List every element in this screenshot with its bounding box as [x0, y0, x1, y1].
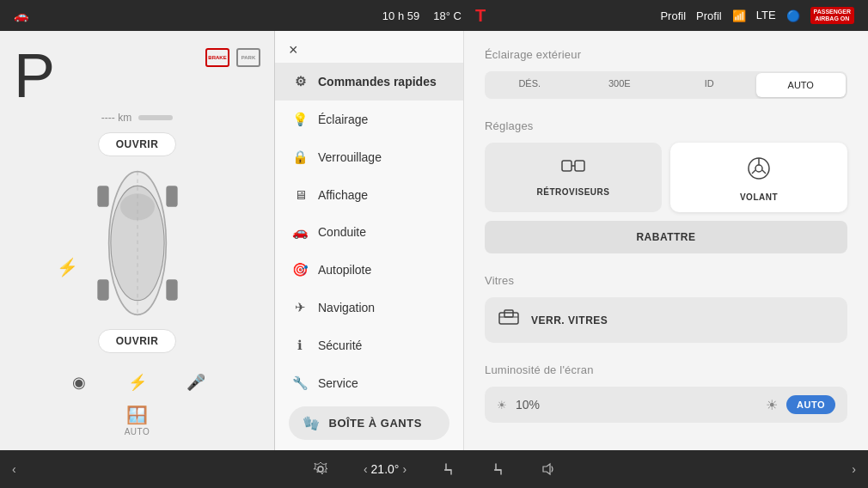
status-time: 10 h 59 [382, 9, 419, 22]
svg-line-15 [752, 170, 755, 174]
main-area: P BRAKE PARK ---- km OUVRIR [0, 31, 868, 450]
bottom-volume-icon[interactable] [541, 461, 556, 477]
lum-icon-bright: ☀ [766, 397, 778, 413]
retroviseurs-icon [561, 156, 585, 180]
lum-value: 10% [516, 398, 757, 412]
lte-signal: LTE [756, 9, 776, 21]
bottom-fan-icon[interactable] [312, 461, 329, 478]
autopilote-label: Autopilote [318, 263, 371, 277]
menu-item-eclairage[interactable]: 💡 Éclairage [275, 101, 463, 138]
retroviseurs-label: RÉTROVISEURS [537, 187, 610, 197]
verrouillage-label: Verrouillage [318, 150, 382, 164]
status-bar: 🚗 10 h 59 18° C T Profil Profil 📶 LTE 🔵 … [0, 0, 868, 31]
gear-indicator: P [14, 45, 55, 107]
svg-point-20 [318, 467, 323, 472]
temp-chevron-right[interactable]: › [402, 462, 406, 476]
volant-card[interactable]: VOLANT [670, 143, 847, 212]
service-label: Service [318, 376, 358, 390]
conduite-label: Conduite [318, 225, 366, 239]
profile-label[interactable]: Profil [660, 9, 686, 22]
left-panel: P BRAKE PARK ---- km OUVRIR [0, 31, 275, 450]
luminosite-row: ☀ 10% ☀ AUTO [485, 387, 847, 423]
menu-item-autopilote[interactable]: 🎯 Autopilote [275, 251, 463, 289]
odometer-bar [138, 115, 173, 120]
mic-icon-btn[interactable]: 🎤 [180, 367, 211, 398]
commandes-icon: ⚙ [292, 74, 308, 89]
menu-item-navigation[interactable]: ✈ Navigation [275, 289, 463, 326]
reglages-section: Réglages RÉTROVISEURS [485, 119, 847, 253]
menu-item-conduite[interactable]: 🚗 Conduite [275, 213, 463, 251]
lte-label: LTE [756, 9, 776, 21]
svg-rect-6 [97, 279, 108, 300]
eclairage-icon: 💡 [292, 112, 308, 127]
lighting-opt-300e[interactable]: 300E [575, 71, 665, 99]
verr-vitres-label: VERR. VITRES [531, 314, 608, 326]
navigation-icon: ✈ [292, 300, 308, 315]
svg-marker-21 [543, 464, 550, 474]
bottom-chevron-left[interactable]: ‹ [12, 462, 16, 476]
status-bar-right: Profil Profil 📶 LTE 🔵 PASSENGER AIRBAG O… [660, 7, 854, 25]
svg-rect-7 [166, 279, 177, 300]
wiper-button-area[interactable]: 🪟 AUTO [125, 405, 150, 436]
vitres-section: Vitres VERR. VITRES [485, 274, 847, 343]
airbag-text-line1: PASSENGER [814, 9, 851, 15]
airbag-text-line2: AIRBAG ON [814, 15, 851, 22]
gants-label: BOÎTE À GANTS [329, 417, 422, 430]
lightning-icon-btn[interactable]: ⚡ [122, 367, 153, 398]
bottom-icons-row: ◉ ⚡ 🎤 [64, 367, 211, 398]
luminosite-auto-badge[interactable]: AUTO [786, 395, 835, 414]
bottom-heat-icon[interactable] [491, 461, 506, 477]
temp-value: 21.0° [371, 462, 400, 476]
car-svg [69, 157, 206, 329]
menu-item-service[interactable]: 🔧 Service [275, 364, 463, 396]
svg-rect-4 [97, 186, 108, 206]
autopilote-icon: 🎯 [292, 262, 308, 278]
menu-item-verrouillage[interactable]: 🔒 Verrouillage [275, 138, 463, 176]
svg-rect-17 [499, 313, 518, 324]
camera-icon-btn[interactable]: ◉ [64, 367, 95, 398]
lighting-opt-des[interactable]: DÉS. [485, 71, 575, 99]
retroviseurs-svg [561, 156, 585, 175]
brake-icon-1: BRAKE [205, 48, 229, 67]
menu-item-commandes[interactable]: ⚙ Commandes rapides [275, 63, 463, 101]
car-status-icon: 🚗 [14, 9, 28, 22]
luminosite-section: Luminosité de l'écran ☀ 10% ☀ AUTO [485, 363, 847, 423]
bottom-temperature: ‹ 21.0° › [364, 462, 406, 476]
lightning-icon: ⚡ [57, 257, 78, 278]
svg-rect-9 [562, 161, 572, 171]
verr-vitres-row[interactable]: VERR. VITRES [485, 297, 847, 343]
menu-item-affichage[interactable]: 🖥 Affichage [275, 176, 463, 213]
luminosite-title: Luminosité de l'écran [485, 363, 847, 376]
service-icon: 🔧 [292, 375, 308, 391]
svg-line-16 [762, 170, 766, 174]
eclairage-label: Éclairage [318, 113, 368, 126]
center-panel: × ⚙ Commandes rapides 💡 Éclairage 🔒 Verr… [275, 31, 464, 450]
bottom-seat-icon[interactable] [441, 461, 456, 477]
reglages-grid: RÉTROVISEURS VOLANT [485, 143, 847, 212]
status-temperature: 18° C [433, 9, 462, 22]
odometer: ---- km [101, 112, 173, 124]
svg-point-13 [755, 165, 762, 172]
close-button[interactable]: × [275, 31, 463, 63]
svg-rect-19 [504, 310, 513, 317]
brake-indicators: BRAKE PARK [205, 48, 260, 67]
lighting-opt-id[interactable]: ID [664, 71, 755, 99]
rabattre-button[interactable]: RABATTRE [485, 221, 847, 253]
open-button-top[interactable]: OUVRIR [98, 132, 177, 156]
wifi-icon: 📶 [732, 9, 746, 22]
securite-label: Sécurité [318, 339, 362, 352]
verrouillage-icon: 🔒 [292, 149, 308, 165]
menu-item-securite[interactable]: ℹ Sécurité [275, 326, 463, 364]
temp-chevron-left[interactable]: ‹ [364, 462, 368, 476]
profile-text[interactable]: Profil [696, 9, 722, 22]
bottom-chevron-right[interactable]: › [852, 462, 856, 476]
open-button-bottom[interactable]: OUVRIR [98, 329, 177, 353]
gants-button[interactable]: 🧤 BOÎTE À GANTS [289, 406, 449, 440]
gants-icon: 🧤 [303, 415, 321, 431]
lighting-opt-auto[interactable]: AUTO [756, 73, 847, 97]
volant-label: VOLANT [740, 192, 778, 202]
retroviseurs-card[interactable]: RÉTROVISEURS [485, 143, 662, 212]
status-bar-center: 10 h 59 18° C T [382, 6, 486, 26]
status-bar-left: 🚗 [14, 9, 28, 22]
car-image-area: ⚡ [14, 156, 260, 329]
